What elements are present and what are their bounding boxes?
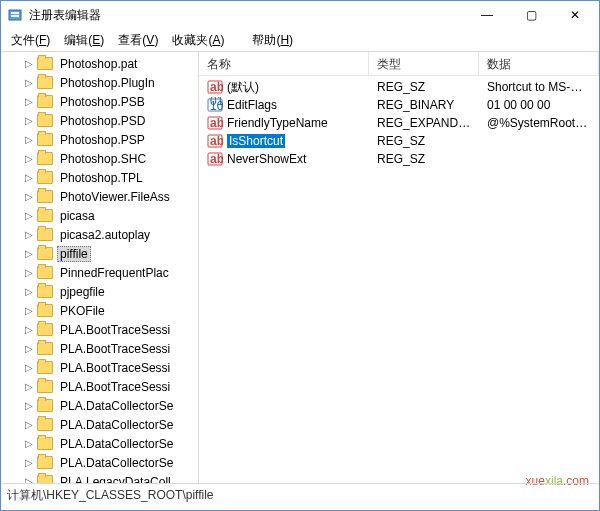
expand-icon[interactable]: ▷ — [23, 419, 35, 430]
list-row[interactable]: abNeverShowExtREG_SZ — [199, 150, 599, 168]
string-value-icon: ab — [207, 115, 223, 131]
tree-item[interactable]: ▷PLA.BootTraceSessi — [1, 358, 198, 377]
expand-icon[interactable]: ▷ — [23, 286, 35, 297]
expand-icon[interactable]: ▷ — [23, 248, 35, 259]
tree-item[interactable]: ▷PLA.BootTraceSessi — [1, 339, 198, 358]
expand-icon[interactable]: ▷ — [23, 324, 35, 335]
tree-item[interactable]: ▷piffile — [1, 244, 198, 263]
expand-icon[interactable]: ▷ — [23, 96, 35, 107]
list-row[interactable]: 01101001EditFlagsREG_BINARY01 00 00 00 — [199, 96, 599, 114]
titlebar: 注册表编辑器 — ▢ ✕ — [1, 1, 599, 29]
list-row[interactable]: ab(默认)REG_SZShortcut to MS-DOS P — [199, 78, 599, 96]
tree-item-label: PLA.BootTraceSessi — [57, 342, 173, 356]
tree-item[interactable]: ▷Photoshop.PSB — [1, 92, 198, 111]
value-type: REG_SZ — [369, 134, 479, 148]
svg-text:ab: ab — [210, 134, 223, 148]
folder-icon — [37, 114, 53, 127]
tree-item-label: Photoshop.pat — [57, 57, 140, 71]
expand-icon[interactable]: ▷ — [23, 381, 35, 392]
close-button[interactable]: ✕ — [553, 1, 597, 29]
folder-icon — [37, 152, 53, 165]
tree-item[interactable]: ▷PhotoViewer.FileAss — [1, 187, 198, 206]
tree-item-label: PLA.DataCollectorSe — [57, 437, 176, 451]
expand-icon[interactable]: ▷ — [23, 77, 35, 88]
value-data: 01 00 00 00 — [479, 98, 599, 112]
folder-icon — [37, 456, 53, 469]
expand-icon[interactable]: ▷ — [23, 210, 35, 221]
expand-icon[interactable]: ▷ — [23, 58, 35, 69]
tree-item[interactable]: ▷picasa — [1, 206, 198, 225]
value-type: REG_SZ — [369, 80, 479, 94]
menu-edit[interactable]: 编辑(E) — [58, 30, 110, 51]
folder-icon — [37, 285, 53, 298]
folder-icon — [37, 399, 53, 412]
menu-favorites[interactable]: 收藏夹(A) — [166, 30, 230, 51]
tree-item[interactable]: ▷PLA.LegacyDataColl — [1, 472, 198, 483]
folder-icon — [37, 304, 53, 317]
tree-item[interactable]: ▷picasa2.autoplay — [1, 225, 198, 244]
tree-item[interactable]: ▷PLA.BootTraceSessi — [1, 320, 198, 339]
window-title: 注册表编辑器 — [29, 7, 465, 24]
svg-text:1001: 1001 — [210, 99, 223, 113]
tree-item-label: Photoshop.PSP — [57, 133, 148, 147]
menu-help[interactable]: 帮助(H) — [246, 30, 299, 51]
expand-icon[interactable]: ▷ — [23, 229, 35, 240]
list-header: 名称 类型 数据 — [199, 52, 599, 76]
tree-item[interactable]: ▷pjpegfile — [1, 282, 198, 301]
tree-item-label: piffile — [57, 246, 91, 262]
folder-icon — [37, 323, 53, 336]
folder-icon — [37, 380, 53, 393]
list-row[interactable]: abFriendlyTypeNameREG_EXPAND_SZ@%SystemR… — [199, 114, 599, 132]
list-body[interactable]: ab(默认)REG_SZShortcut to MS-DOS P01101001… — [199, 76, 599, 170]
expand-icon[interactable]: ▷ — [23, 191, 35, 202]
minimize-button[interactable]: — — [465, 1, 509, 29]
expand-icon[interactable]: ▷ — [23, 362, 35, 373]
expand-icon[interactable]: ▷ — [23, 115, 35, 126]
expand-icon[interactable]: ▷ — [23, 267, 35, 278]
tree-item[interactable]: ▷Photoshop.PlugIn — [1, 73, 198, 92]
tree-item[interactable]: ▷PLA.DataCollectorSe — [1, 453, 198, 472]
tree-item[interactable]: ▷PLA.DataCollectorSe — [1, 434, 198, 453]
tree-pane[interactable]: ▷Photoshop.pat▷Photoshop.PlugIn▷Photosho… — [1, 52, 199, 483]
tree-item[interactable]: ▷PLA.BootTraceSessi — [1, 377, 198, 396]
expand-icon[interactable]: ▷ — [23, 438, 35, 449]
expand-icon[interactable]: ▷ — [23, 153, 35, 164]
expand-icon[interactable]: ▷ — [23, 457, 35, 468]
tree-item-label: Photoshop.TPL — [57, 171, 146, 185]
list-pane: 名称 类型 数据 ab(默认)REG_SZShortcut to MS-DOS … — [199, 52, 599, 483]
tree-item-label: PLA.DataCollectorSe — [57, 418, 176, 432]
expand-icon[interactable]: ▷ — [23, 476, 35, 483]
tree-item[interactable]: ▷Photoshop.TPL — [1, 168, 198, 187]
tree-item-label: pjpegfile — [57, 285, 108, 299]
svg-text:ab: ab — [210, 116, 223, 130]
tree-item[interactable]: ▷Photoshop.PSP — [1, 130, 198, 149]
menu-view[interactable]: 查看(V) — [112, 30, 164, 51]
tree-item-label: PKOFile — [57, 304, 108, 318]
value-name: EditFlags — [227, 98, 277, 112]
expand-icon[interactable]: ▷ — [23, 343, 35, 354]
folder-icon — [37, 171, 53, 184]
tree-item[interactable]: ▷PKOFile — [1, 301, 198, 320]
string-value-icon: ab — [207, 133, 223, 149]
tree-item-label: PLA.DataCollectorSe — [57, 399, 176, 413]
tree-item[interactable]: ▷Photoshop.SHC — [1, 149, 198, 168]
folder-icon — [37, 437, 53, 450]
expand-icon[interactable]: ▷ — [23, 172, 35, 183]
folder-icon — [37, 361, 53, 374]
tree-item[interactable]: ▷PLA.DataCollectorSe — [1, 396, 198, 415]
tree-item[interactable]: ▷Photoshop.pat — [1, 54, 198, 73]
tree-item[interactable]: ▷PinnedFrequentPlac — [1, 263, 198, 282]
expand-icon[interactable]: ▷ — [23, 134, 35, 145]
expand-icon[interactable]: ▷ — [23, 400, 35, 411]
maximize-button[interactable]: ▢ — [509, 1, 553, 29]
tree-item-label: PLA.LegacyDataColl — [57, 475, 174, 484]
menu-file[interactable]: 文件(F) — [5, 30, 56, 51]
column-type[interactable]: 类型 — [369, 52, 479, 75]
tree-item[interactable]: ▷Photoshop.PSD — [1, 111, 198, 130]
list-row[interactable]: abIsShortcutREG_SZ — [199, 132, 599, 150]
column-data[interactable]: 数据 — [479, 52, 599, 75]
tree-item[interactable]: ▷PLA.DataCollectorSe — [1, 415, 198, 434]
expand-icon[interactable]: ▷ — [23, 305, 35, 316]
folder-icon — [37, 57, 53, 70]
column-name[interactable]: 名称 — [199, 52, 369, 75]
